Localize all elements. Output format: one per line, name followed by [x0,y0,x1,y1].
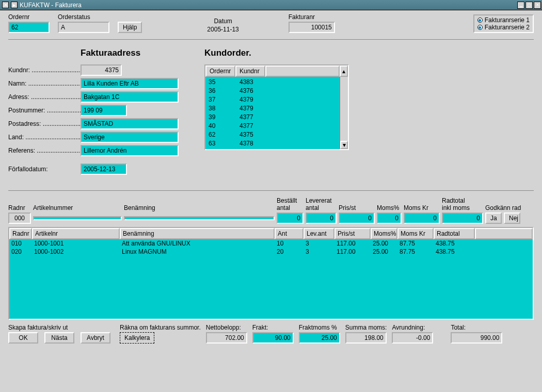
frakt-label: Frakt: [252,324,294,331]
artnr-input[interactable] [33,216,122,220]
adress-input[interactable]: Bakgatan 1C [81,91,179,103]
radtotal-input[interactable]: 0 [442,213,483,224]
pris-input[interactable]: 0 [339,213,375,224]
ko-header-kundnr[interactable]: Kundnr [235,66,265,77]
lh-spacer [475,228,533,239]
kundorder-row[interactable]: 364376 [205,87,340,95]
pris-label: Pris/st [339,204,375,211]
radnr-input[interactable]: 000 [8,213,31,224]
postadr-input[interactable]: SMÅSTAD [81,118,179,129]
land-input[interactable]: Sverige [81,132,179,143]
radio-on-icon [477,18,483,23]
namn-label: Namn: [8,80,81,87]
appmenu-icon[interactable]: ▸ [11,2,18,8]
kundorder-row[interactable]: 634378 [205,139,340,148]
avrundning-value: -0.00 [392,332,433,344]
referens-input[interactable]: Lillemor Andrén [81,145,179,156]
avbryt-button[interactable]: Avbryt [81,332,110,344]
rakna-label: Räkna om fakturans summor. [120,324,201,331]
bestallt-input[interactable]: 0 [277,213,304,224]
kundorder-row[interactable]: 374379 [205,95,340,104]
radio-on-icon [477,25,483,30]
lh-benamn[interactable]: Benämning [120,228,275,239]
serie2-radio[interactable]: Fakturanrserie 2 [477,24,530,31]
scroll-up-icon[interactable]: ▴ [340,66,348,77]
momskr-input[interactable]: 0 [404,213,440,224]
fraktmoms-input[interactable]: 25.00 [299,332,340,344]
lh-momskr[interactable]: Moms Kr [397,228,434,239]
kundorder-grid[interactable]: Ordernr Kundnr ▴ 35438336437637437938437… [204,64,349,150]
line-row[interactable]: 0201000-1002Linux MAGNUM203117.0025.0087… [9,248,533,256]
nasta-button[interactable]: Nästa [44,332,74,344]
lh-levant[interactable]: Lev.ant [304,228,334,239]
referens-label: Referens: [8,147,81,154]
kundorder-title: Kundorder. [204,48,354,58]
lh-artnr[interactable]: Artikelnr [32,228,120,239]
godkann-label: Godkänn rad [485,204,527,211]
sysmenu-icon[interactable]: ✕ [2,2,9,8]
ko-header-ordernr[interactable]: Ordernr [205,66,235,77]
forfallo-input[interactable]: 2005-12-13 [81,164,127,175]
lh-radtot[interactable]: Radtotal [434,228,475,239]
ja-button[interactable]: Ja [485,213,502,224]
lines-grid[interactable]: Radnr Artikelnr Benämning Ant Lev.ant Pr… [8,227,534,320]
postnr-label: Postnummer: [8,107,81,114]
total-value: 990.00 [451,332,502,344]
titlebar: ✕ ▸ KUFAKTW - Fakturera ▁ ◻ ✕ [0,0,542,10]
postadr-label: Postadress: [8,120,81,127]
postnr-input[interactable]: 199 09 [81,105,127,116]
kundnr-value[interactable]: 4375 [81,64,122,76]
kundorder-row[interactable]: 354383 [205,78,340,87]
close-icon[interactable]: ✕ [534,2,541,9]
maximize-icon[interactable]: ◻ [525,2,533,9]
forfallo-label: Förfallodatum: [8,166,81,173]
kundorder-row[interactable]: 394377 [205,113,340,122]
ok-button[interactable]: OK [8,332,38,344]
fakturaadress-title: Fakturaadress [81,48,184,58]
lh-pris[interactable]: Pris/st [334,228,371,239]
serie-group: Fakturanrserie 1 Fakturanrserie 2 [473,14,534,33]
fakturanr-label: Fakturanr [289,13,335,21]
kundorder-row[interactable]: 384379 [205,104,340,113]
minimize-icon[interactable]: ▁ [517,2,524,9]
line-row[interactable]: 0101000-1001Att använda GNU/LINUX103117.… [9,239,533,248]
kalkylera-button[interactable]: Kalkylera [120,332,154,344]
artnr-label: Artikelnummer [33,204,122,211]
namn-input[interactable]: Lilla Kunden Eftr AB [81,78,179,89]
levererat-input[interactable]: 0 [306,213,337,224]
avrundning-label: Avrundning: [392,324,433,331]
adress-label: Adress: [8,93,81,101]
frakt-input[interactable]: 90.00 [252,332,294,344]
netto-value: 702.00 [206,332,247,344]
netto-label: Nettobelopp: [206,324,247,331]
kundorder-row[interactable]: 624375 [205,130,340,139]
datum-label: Datum [214,18,232,25]
window-title: KUFAKTW - Fakturera [20,2,82,9]
summamoms-label: Summa moms: [345,324,387,331]
momsp-input[interactable]: 0 [377,213,402,224]
radnr-label: Radnr [8,204,31,211]
orderstatus-input[interactable]: A [58,22,109,33]
nej-button[interactable]: Nej [504,213,520,224]
fakturanr-value: 100015 [289,22,335,33]
lh-momsp[interactable]: Moms% [371,228,397,239]
fraktmoms-label: Fraktmoms % [299,324,340,331]
ordernr-input[interactable]: 62 [8,22,50,33]
scroll-down-icon[interactable]: ▾ [340,141,348,149]
land-label: Land: [8,134,81,141]
lh-radnr[interactable]: Radnr [9,228,32,239]
summamoms-value: 198.00 [345,332,387,344]
benamn-label: Benämning [124,204,275,211]
help-button[interactable]: Hjälp [118,22,142,33]
lh-ant[interactable]: Ant [275,228,304,239]
total-label: Total: [451,324,502,331]
serie1-radio[interactable]: Fakturanrserie 1 [477,17,530,24]
kundorder-row[interactable]: 404377 [205,122,340,130]
benamn-input[interactable] [124,216,275,220]
momsp-label: Moms% [377,204,402,211]
ordernr-label: Ordernr [8,13,50,21]
skapa-label: Skapa faktura/skriv ut [8,324,110,331]
datum-value: 2005-11-13 [207,26,238,33]
orderstatus-label: Orderstatus [58,13,109,21]
ko-header-spacer [265,66,340,77]
